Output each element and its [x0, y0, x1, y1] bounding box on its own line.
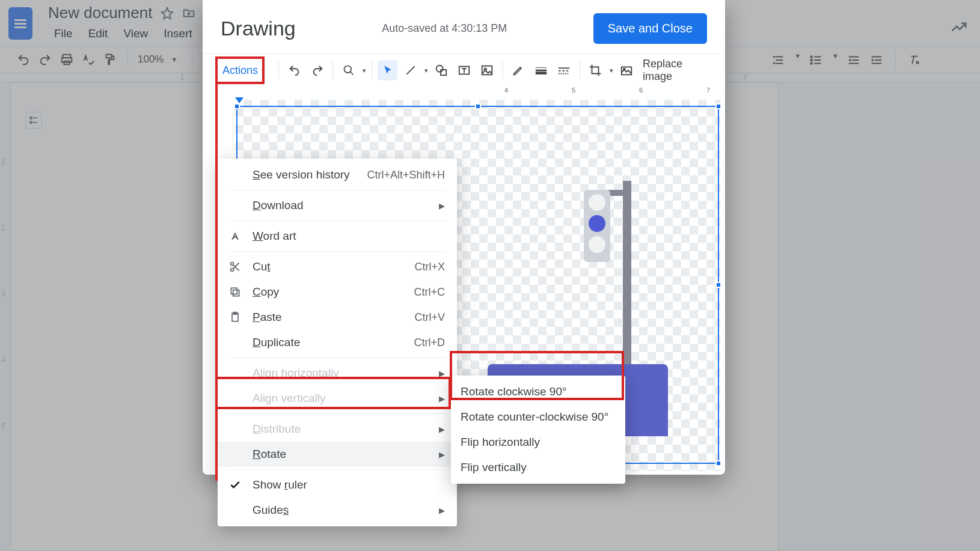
select-tool-icon[interactable]	[378, 60, 397, 81]
toolbar-separator	[372, 61, 372, 79]
menu-shortcut: Ctrl+Alt+Shift+H	[367, 169, 445, 181]
chevron-down-icon: ▾	[363, 67, 366, 75]
border-weight-icon[interactable]	[531, 60, 551, 81]
menu-show-ruler[interactable]: Show ruler	[218, 472, 457, 498]
svg-rect-26	[233, 290, 239, 296]
svg-point-9	[436, 65, 443, 72]
submenu-arrow-icon: ▶	[439, 201, 445, 210]
menu-label: Show ruler	[253, 478, 445, 492]
submenu-flip-vertically[interactable]: Flip vertically	[451, 455, 625, 480]
svg-rect-27	[231, 288, 237, 294]
save-and-close-button[interactable]: Save and Close	[593, 13, 707, 44]
menu-cut[interactable]: Cut Ctrl+X	[218, 254, 457, 279]
menu-shortcut: Ctrl+C	[414, 286, 445, 299]
toolbar-separator	[332, 61, 333, 79]
menu-label: Copy	[253, 285, 404, 299]
menu-download[interactable]: Download ▶	[218, 193, 457, 218]
submenu-arrow-icon: ▶	[439, 425, 445, 434]
scissors-icon	[227, 261, 243, 273]
menu-word-art[interactable]: Word art	[218, 224, 457, 249]
svg-point-8	[344, 66, 351, 73]
menu-paste[interactable]: Paste Ctrl+V	[218, 305, 457, 330]
submenu-rotate-ccw[interactable]: Rotate counter-clockwise 90°	[451, 404, 625, 430]
menu-rotate[interactable]: Rotate ▶	[218, 442, 457, 467]
menu-label: Align horizontally	[253, 367, 429, 380]
menu-distribute: Distribute ▶	[218, 416, 457, 442]
menu-label: Distribute	[253, 422, 429, 436]
submenu-arrow-icon: ▶	[439, 394, 445, 403]
zoom-icon[interactable]	[338, 60, 358, 81]
menu-label: Duplicate	[253, 336, 404, 349]
crop-icon[interactable]	[586, 60, 605, 81]
ruler-h-number: 5	[572, 87, 575, 94]
submenu-arrow-icon: ▶	[439, 506, 445, 515]
word-art-icon	[227, 230, 243, 242]
mask-image-icon[interactable]	[616, 60, 636, 81]
submenu-rotate-cw[interactable]: Rotate clockwise 90°	[451, 379, 625, 404]
menu-label: Rotate clockwise 90°	[461, 385, 613, 398]
svg-point-24	[231, 263, 234, 266]
menu-label: Flip horizontally	[461, 436, 613, 449]
actions-menu: See version history Ctrl+Alt+Shift+H Dow…	[218, 159, 457, 526]
toolbar-separator	[503, 61, 503, 79]
line-tool-icon[interactable]	[400, 60, 420, 81]
indent-marker-left-icon[interactable]	[235, 97, 243, 103]
drawing-autosave-label: Auto-saved at 4:30:13 PM	[382, 22, 507, 35]
drawing-h-ruler: 4 5 6 7	[235, 87, 720, 97]
check-icon	[227, 479, 243, 491]
svg-marker-22	[235, 97, 243, 103]
border-dash-icon[interactable]	[554, 60, 574, 81]
shape-tool-icon[interactable]	[431, 60, 451, 81]
menu-guides[interactable]: Guides ▶	[218, 498, 457, 523]
menu-label: Flip vertically	[461, 461, 613, 474]
menu-label: Cut	[253, 260, 405, 273]
submenu-arrow-icon: ▶	[439, 369, 445, 378]
redo-icon[interactable]	[307, 60, 327, 81]
drawing-dialog-header: Drawing Auto-saved at 4:30:13 PM Save an…	[203, 0, 725, 53]
menu-duplicate[interactable]: Duplicate Ctrl+D	[218, 330, 457, 355]
menu-align-vertically: Align vertically ▶	[218, 386, 457, 411]
menu-label: Rotate counter-clockwise 90°	[461, 410, 613, 424]
menu-label: Paste	[253, 311, 405, 324]
submenu-flip-horizontally[interactable]: Flip horizontally	[451, 430, 625, 455]
drawing-dialog-title: Drawing	[221, 17, 296, 40]
menu-label: See version history	[253, 168, 357, 181]
menu-see-version-history[interactable]: See version history Ctrl+Alt+Shift+H	[218, 162, 457, 187]
clipboard-icon	[227, 311, 243, 323]
border-color-icon[interactable]	[509, 60, 528, 81]
ruler-h-number: 6	[639, 87, 643, 94]
image-tool-icon[interactable]	[477, 60, 497, 81]
menu-copy[interactable]: Copy Ctrl+C	[218, 279, 457, 305]
menu-align-horizontally: Align horizontally ▶	[218, 361, 457, 386]
chevron-down-icon: ▾	[610, 67, 613, 75]
menu-shortcut: Ctrl+X	[414, 261, 445, 273]
svg-rect-12	[482, 66, 492, 75]
menu-label: Align vertically	[253, 392, 429, 405]
ruler-h-number: 4	[504, 87, 508, 94]
chevron-down-icon: ▾	[424, 67, 428, 75]
replace-image-button[interactable]: Replace image	[643, 58, 713, 83]
menu-shortcut: Ctrl+V	[414, 311, 445, 324]
actions-label: Actions	[222, 64, 258, 77]
toolbar-separator	[278, 61, 279, 79]
actions-dropdown-button[interactable]: Actions ▾	[215, 60, 273, 81]
submenu-arrow-icon: ▶	[439, 450, 445, 459]
drawing-toolbar: Actions ▾ ▾ ▾ ▾ Replace image	[203, 53, 725, 87]
svg-point-25	[231, 269, 234, 272]
menu-label: Word art	[253, 230, 445, 243]
chevron-down-icon: ▾	[262, 67, 265, 75]
rotate-submenu: Rotate clockwise 90° Rotate counter-cloc…	[451, 376, 625, 484]
menu-shortcut: Ctrl+D	[414, 336, 445, 349]
copy-icon	[227, 286, 243, 298]
menu-label: Rotate	[253, 448, 429, 461]
undo-icon[interactable]	[284, 60, 304, 81]
menu-label: Guides	[253, 504, 429, 517]
toolbar-separator	[580, 61, 580, 79]
svg-rect-10	[441, 70, 446, 75]
menu-label: Download	[253, 199, 429, 212]
ruler-h-number: 7	[706, 87, 710, 94]
textbox-tool-icon[interactable]	[455, 60, 474, 81]
